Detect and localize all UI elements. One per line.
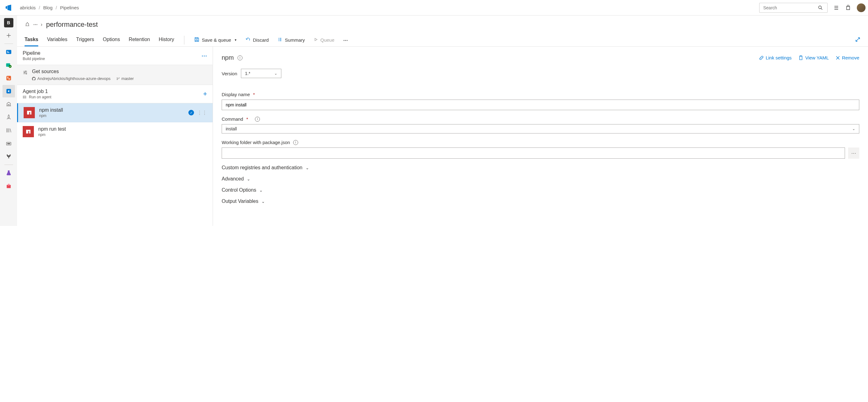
info-icon[interactable]: i xyxy=(255,117,260,122)
list-icon xyxy=(277,37,282,43)
breadcrumb-org[interactable]: abrickis xyxy=(20,5,36,10)
save-queue-label: Save & queue xyxy=(202,37,231,42)
get-sources-item[interactable]: Get sources AndrejsAbrickis/lighthouse-a… xyxy=(17,65,213,85)
tasks-panel: Pipeline Build pipeline ⋯ xyxy=(17,47,213,226)
pipeline-header[interactable]: Pipeline Build pipeline ⋯ xyxy=(17,47,213,65)
search-input[interactable] xyxy=(763,5,813,10)
agent-job-subtitle: Run on agent xyxy=(29,95,51,99)
svg-rect-17 xyxy=(8,184,10,186)
chevron-down-icon: ⌄ xyxy=(259,188,263,193)
expand-button[interactable] xyxy=(855,37,861,43)
display-name-input[interactable] xyxy=(222,99,859,110)
rail-add[interactable] xyxy=(2,29,15,42)
version-select[interactable]: 1.* ⌄ xyxy=(241,69,281,78)
link-settings-button[interactable]: Link settings xyxy=(759,55,792,60)
chevron-down-icon: ⌄ xyxy=(261,199,265,204)
command-select[interactable]: install ⌄ xyxy=(222,124,859,134)
svg-line-1 xyxy=(821,8,822,10)
pipeline-subtitle: Build pipeline xyxy=(23,57,45,61)
left-nav-rail: B xyxy=(0,16,17,226)
svg-rect-22 xyxy=(23,97,26,98)
task-type-title: npm xyxy=(222,54,234,61)
discard-label: Discard xyxy=(253,37,269,42)
svg-point-0 xyxy=(818,6,822,9)
task-npm-run-test[interactable]: npm run test npm xyxy=(17,122,213,141)
sources-title: Get sources xyxy=(32,69,134,75)
tab-history[interactable]: History xyxy=(159,34,174,46)
rail-testplans-icon[interactable] xyxy=(2,167,15,179)
shopping-bag-icon[interactable] xyxy=(845,5,851,11)
section-registries[interactable]: Custom registries and authentication ⌄ xyxy=(222,165,859,171)
page-title: performance-test xyxy=(46,21,98,29)
azure-devops-logo[interactable] xyxy=(2,2,15,14)
chevron-down-icon: ⌄ xyxy=(247,177,250,181)
rail-releases-icon[interactable] xyxy=(2,111,15,123)
svg-rect-12 xyxy=(7,143,10,144)
tab-triggers[interactable]: Triggers xyxy=(76,34,94,46)
svg-rect-3 xyxy=(7,51,8,52)
search-box[interactable] xyxy=(759,3,828,13)
breadcrumb-section[interactable]: Pipelines xyxy=(60,5,79,10)
svg-rect-2 xyxy=(6,50,11,54)
section-advanced[interactable]: Advanced ⌄ xyxy=(222,176,859,182)
more-button[interactable]: ⋯ xyxy=(343,37,348,43)
command-value: install xyxy=(226,126,237,131)
rail-library-icon[interactable] xyxy=(2,124,15,137)
rail-project[interactable]: B xyxy=(4,18,13,27)
required-marker: * xyxy=(246,116,248,122)
task-details-panel: npm i Link settings View YAML xyxy=(213,47,868,226)
topbar: abrickis / Blog / Pipelines xyxy=(0,0,868,16)
tab-options[interactable]: Options xyxy=(103,34,120,46)
rail-artifacts-icon[interactable] xyxy=(2,180,15,192)
link-icon xyxy=(759,55,764,60)
section-control-options[interactable]: Control Options ⌄ xyxy=(222,187,859,193)
save-icon xyxy=(194,37,199,43)
rail-boards-icon[interactable] xyxy=(2,46,15,58)
info-icon[interactable]: i xyxy=(293,140,298,145)
tab-tasks[interactable]: Tasks xyxy=(25,34,38,46)
agent-job-title: Agent job 1 xyxy=(23,89,51,94)
chevron-right-icon: › xyxy=(41,22,42,27)
save-queue-button[interactable]: Save & queue ▾ xyxy=(194,37,237,43)
rail-repos-icon[interactable] xyxy=(2,72,15,84)
tab-variables[interactable]: Variables xyxy=(47,34,67,46)
rail-work-icon[interactable] xyxy=(2,59,15,71)
chevron-down-icon: ⌄ xyxy=(852,126,855,131)
summary-label: Summary xyxy=(285,37,305,42)
discard-button[interactable]: Discard xyxy=(245,37,269,43)
sources-repo: AndrejsAbrickis/lighthouse-azure-devops xyxy=(32,76,111,81)
svg-rect-25 xyxy=(800,56,802,60)
add-task-button[interactable]: + xyxy=(203,90,207,98)
agent-job-item[interactable]: Agent job 1 Run on agent + xyxy=(17,85,213,103)
rail-deployment-icon[interactable] xyxy=(2,150,15,163)
svg-point-8 xyxy=(7,77,8,78)
breadcrumb-project[interactable]: Blog xyxy=(43,5,53,10)
breadcrumb-sep: / xyxy=(56,5,57,10)
task-title: npm run test xyxy=(38,126,66,132)
view-yaml-button[interactable]: View YAML xyxy=(798,55,829,60)
rail-pipelines-icon[interactable] xyxy=(2,85,15,97)
section-output-variables[interactable]: Output Variables ⌄ xyxy=(222,199,859,204)
svg-rect-7 xyxy=(6,76,11,81)
required-marker: * xyxy=(253,92,255,97)
task-npm-install[interactable]: npm install npm ✓ ⋮⋮ xyxy=(17,103,213,122)
pipeline-more-button[interactable]: ⋯ xyxy=(202,52,207,59)
browse-button[interactable]: ⋯ xyxy=(848,147,859,159)
clipboard-icon xyxy=(798,55,803,60)
rail-builds-icon[interactable] xyxy=(2,98,15,111)
working-folder-input[interactable] xyxy=(222,147,845,159)
tab-retention[interactable]: Retention xyxy=(129,34,150,46)
user-avatar[interactable] xyxy=(857,3,866,12)
more-icon[interactable]: ⋯ xyxy=(33,22,38,27)
server-icon xyxy=(23,95,26,99)
info-icon[interactable]: i xyxy=(238,55,243,60)
undo-icon xyxy=(245,37,250,43)
drag-handle-icon[interactable]: ⋮⋮ xyxy=(197,110,207,116)
list-icon[interactable] xyxy=(833,5,839,11)
npm-icon xyxy=(23,126,34,137)
search-icon xyxy=(817,5,824,11)
settings-icon xyxy=(23,70,28,76)
remove-button[interactable]: Remove xyxy=(836,55,859,60)
rail-taskgroups-icon[interactable] xyxy=(2,137,15,150)
summary-button[interactable]: Summary xyxy=(277,37,305,43)
